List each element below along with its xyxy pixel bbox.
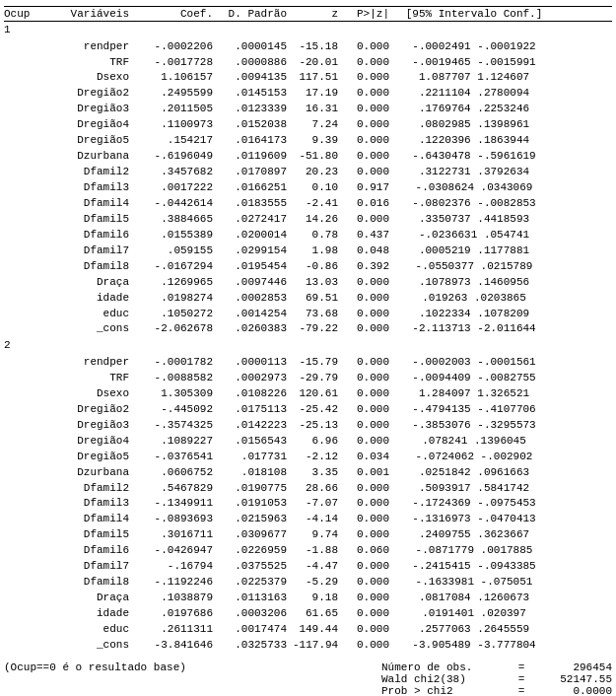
cell-ci: .5093917 .5841742 (395, 481, 553, 497)
cell-coef: -.16794 (135, 559, 219, 575)
cell-ocup (4, 559, 41, 575)
cell-ocup (4, 543, 41, 559)
cell-coef: -.0376541 (135, 450, 219, 465)
cell-z: -5.29 (293, 575, 344, 591)
table-row: Dregião2-.445092.0175113-25.420.000-.479… (4, 402, 612, 418)
cell-z: -25.42 (293, 402, 344, 418)
cell-dp: .0375525 (219, 559, 293, 575)
stat-value: 52147.55 (533, 673, 612, 685)
cell-z: 117.51 (293, 70, 344, 86)
cell-z: 28.66 (293, 481, 344, 497)
table-row: _cons-2.062678.0260383-79.220.000-2.1137… (4, 321, 612, 337)
cell-z: 6.96 (293, 434, 344, 450)
cell-ci: -.1316973 -.0470413 (395, 512, 553, 527)
cell-p: 0.000 (344, 355, 395, 371)
cell-dp: .0190775 (219, 481, 293, 497)
cell-coef: .1100973 (135, 117, 219, 133)
table-row: educ.1050272.001425473.680.000.1022334 .… (4, 307, 612, 322)
header-dp: D. Padrão (219, 8, 293, 20)
cell-coef: .059155 (135, 244, 219, 259)
cell-p: 0.000 (344, 149, 395, 165)
table-row: Dfamil2.5467829.019077528.660.000.509391… (4, 481, 612, 497)
cell-dp: .0260383 (219, 321, 293, 337)
cell-ocup (4, 212, 41, 228)
table-row: educ.2611311.0017474149.440.000.2577063 … (4, 622, 612, 638)
cell-dp: .0142223 (219, 418, 293, 434)
cell-coef: -.3574325 (135, 418, 219, 434)
cell-var: Dfamil8 (41, 259, 135, 275)
cell-coef: -.0001782 (135, 355, 219, 371)
table-row: Dfamil8-.0167294.0195454-0.860.392-.0550… (4, 259, 612, 275)
cell-var: Dfamil5 (41, 527, 135, 543)
stat-label: Número de obs. (381, 661, 510, 673)
table-row: Dregião3.2011505.012333916.310.000.17697… (4, 102, 612, 117)
cell-ci: -3.905489 -3.777804 (395, 638, 553, 654)
cell-p: 0.000 (344, 371, 395, 386)
cell-var: Dfamil3 (41, 180, 135, 196)
table-row: Dzurbana-.6196049.0119609-51.800.000-.64… (4, 149, 612, 165)
cell-ci: .2577063 .2645559 (395, 622, 553, 638)
cell-var: Dfamil4 (41, 512, 135, 527)
cell-p: 0.000 (344, 402, 395, 418)
cell-ocup (4, 39, 41, 55)
cell-dp: .0145153 (219, 86, 293, 102)
cell-p: 0.000 (344, 321, 395, 337)
cell-coef: -3.841646 (135, 638, 219, 654)
cell-z: 73.68 (293, 307, 344, 322)
cell-z: 9.18 (293, 591, 344, 606)
cell-coef: 1.305309 (135, 386, 219, 402)
cell-ci: -.0550377 .0215789 (395, 259, 553, 275)
cell-var: educ (41, 622, 135, 638)
cell-ci: .2409755 .3623667 (395, 527, 553, 543)
cell-p: 0.001 (344, 465, 395, 481)
cell-var: Dfamil2 (41, 165, 135, 180)
cell-z: -79.22 (293, 321, 344, 337)
cell-var: Dfamil7 (41, 244, 135, 259)
cell-ci: -.0002491 -.0001922 (395, 39, 553, 55)
stat-row: Prob > chi2=0.0000 (381, 685, 612, 696)
cell-z: -2.41 (293, 196, 344, 212)
cell-coef: .0197686 (135, 606, 219, 622)
cell-dp: .0272417 (219, 212, 293, 228)
cell-p: 0.000 (344, 212, 395, 228)
cell-dp: .0195454 (219, 259, 293, 275)
cell-var: Dzurbana (41, 465, 135, 481)
cell-ocup (4, 371, 41, 386)
cell-coef: .1050272 (135, 307, 219, 322)
cell-coef: .0606752 (135, 465, 219, 481)
table-row: Dregião5.154217.01641739.390.000.1220396… (4, 133, 612, 149)
cell-coef: .2611311 (135, 622, 219, 638)
cell-z: -4.47 (293, 559, 344, 575)
cell-var: Dfamil6 (41, 228, 135, 244)
cell-dp: .0108226 (219, 386, 293, 402)
cell-dp: .0000886 (219, 55, 293, 71)
cell-var: Dregião2 (41, 86, 135, 102)
stat-equals: = (513, 661, 529, 673)
cell-coef: -.0893693 (135, 512, 219, 527)
cell-dp: .0309677 (219, 527, 293, 543)
cell-p: 0.000 (344, 434, 395, 450)
cell-dp: .0170897 (219, 165, 293, 180)
cell-ocup (4, 291, 41, 307)
cell-ocup (4, 434, 41, 450)
cell-ocup (4, 606, 41, 622)
table-row: Dfamil4-.0442614.0183555-2.410.016-.0802… (4, 196, 612, 212)
cell-p: 0.000 (344, 512, 395, 527)
table-row: idade.0197686.000320661.650.000.0191401 … (4, 606, 612, 622)
cell-p: 0.000 (344, 275, 395, 291)
cell-dp: .0097446 (219, 275, 293, 291)
cell-z: 13.03 (293, 275, 344, 291)
cell-var: _cons (41, 321, 135, 337)
cell-dp: .0226959 (219, 543, 293, 559)
stat-row: Wald chi2(38)=52147.55 (381, 673, 612, 685)
section-label: 2 (4, 337, 612, 355)
cell-p: 0.000 (344, 117, 395, 133)
cell-ci: .1220396 .1863944 (395, 133, 553, 149)
table-row: TRF-.0017728.0000886-20.010.000-.0019465… (4, 55, 612, 71)
cell-ocup (4, 180, 41, 196)
section-number: 2 (4, 337, 41, 355)
cell-dp: .0175113 (219, 402, 293, 418)
cell-var: rendper (41, 39, 135, 55)
stat-label: Prob > chi2 (381, 685, 510, 696)
cell-dp: .0325733 (219, 638, 293, 654)
